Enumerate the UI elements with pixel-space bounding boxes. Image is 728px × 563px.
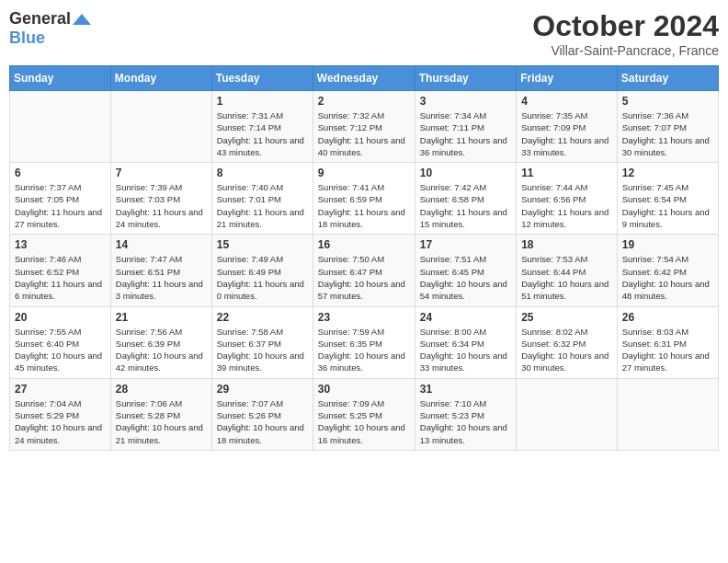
day-detail: Sunrise: 7:49 AMSunset: 6:49 PMDaylight:…	[217, 253, 308, 302]
day-detail: Sunrise: 7:53 AMSunset: 6:44 PMDaylight:…	[521, 253, 612, 302]
month-title: October 2024	[532, 9, 719, 43]
day-detail: Sunrise: 7:39 AMSunset: 7:03 PMDaylight:…	[116, 181, 207, 230]
day-detail: Sunrise: 7:41 AMSunset: 6:59 PMDaylight:…	[318, 181, 410, 230]
day-number: 13	[15, 238, 106, 251]
day-number: 10	[420, 167, 511, 179]
calendar-cell: 10 Sunrise: 7:42 AMSunset: 6:58 PMDaylig…	[415, 163, 516, 235]
calendar-cell	[517, 378, 618, 450]
day-detail: Sunrise: 7:46 AMSunset: 6:52 PMDaylight:…	[15, 253, 106, 302]
logo: General Blue	[9, 9, 91, 48]
day-number: 23	[318, 311, 410, 324]
calendar-cell: 1 Sunrise: 7:31 AMSunset: 7:14 PMDayligh…	[211, 91, 313, 163]
day-number: 29	[217, 383, 308, 396]
day-detail: Sunrise: 7:56 AMSunset: 6:39 PMDaylight:…	[116, 326, 207, 374]
day-detail: Sunrise: 7:06 AMSunset: 5:28 PMDaylight:…	[116, 397, 207, 446]
calendar-cell: 13 Sunrise: 7:46 AMSunset: 6:52 PMDaylig…	[10, 235, 111, 306]
calendar-day-header: Thursday	[415, 66, 516, 91]
calendar-cell: 22 Sunrise: 7:58 AMSunset: 6:37 PMDaylig…	[211, 306, 313, 378]
calendar-cell: 4 Sunrise: 7:35 AMSunset: 7:09 PMDayligh…	[517, 91, 618, 163]
day-detail: Sunrise: 7:09 AMSunset: 5:25 PMDaylight:…	[318, 397, 410, 446]
calendar-week-row: 27 Sunrise: 7:04 AMSunset: 5:29 PMDaylig…	[10, 378, 719, 450]
day-number: 5	[622, 95, 713, 108]
day-number: 21	[116, 311, 207, 324]
day-detail: Sunrise: 7:58 AMSunset: 6:37 PMDaylight:…	[217, 326, 308, 374]
calendar-day-header: Sunday	[10, 66, 111, 91]
calendar-cell	[110, 91, 211, 163]
calendar-cell	[10, 91, 111, 163]
day-number: 24	[420, 311, 511, 324]
day-detail: Sunrise: 7:35 AMSunset: 7:09 PMDaylight:…	[521, 109, 612, 158]
day-detail: Sunrise: 8:03 AMSunset: 6:31 PMDaylight:…	[622, 326, 713, 374]
calendar-cell: 21 Sunrise: 7:56 AMSunset: 6:39 PMDaylig…	[110, 306, 211, 378]
day-detail: Sunrise: 7:51 AMSunset: 6:45 PMDaylight:…	[420, 253, 511, 302]
calendar-cell: 5 Sunrise: 7:36 AMSunset: 7:07 PMDayligh…	[617, 91, 718, 163]
calendar-cell: 14 Sunrise: 7:47 AMSunset: 6:51 PMDaylig…	[110, 235, 211, 306]
calendar-cell: 26 Sunrise: 8:03 AMSunset: 6:31 PMDaylig…	[617, 306, 718, 378]
day-number: 17	[420, 238, 511, 251]
day-number: 20	[15, 311, 106, 324]
day-number: 22	[217, 311, 308, 324]
logo-blue-text: Blue	[9, 29, 45, 48]
day-detail: Sunrise: 8:00 AMSunset: 6:34 PMDaylight:…	[420, 326, 511, 374]
calendar-week-row: 1 Sunrise: 7:31 AMSunset: 7:14 PMDayligh…	[10, 91, 719, 163]
day-number: 26	[622, 311, 713, 324]
calendar-table: SundayMondayTuesdayWednesdayThursdayFrid…	[9, 65, 719, 451]
calendar-cell: 18 Sunrise: 7:53 AMSunset: 6:44 PMDaylig…	[517, 235, 618, 306]
calendar-cell: 9 Sunrise: 7:41 AMSunset: 6:59 PMDayligh…	[313, 163, 415, 235]
calendar-day-header: Saturday	[617, 66, 718, 91]
day-detail: Sunrise: 7:42 AMSunset: 6:58 PMDaylight:…	[420, 181, 511, 230]
day-number: 19	[622, 238, 713, 251]
calendar-cell: 20 Sunrise: 7:55 AMSunset: 6:40 PMDaylig…	[10, 306, 111, 378]
day-detail: Sunrise: 7:59 AMSunset: 6:35 PMDaylight:…	[318, 326, 410, 374]
calendar-cell: 12 Sunrise: 7:45 AMSunset: 6:54 PMDaylig…	[617, 163, 718, 235]
day-number: 9	[318, 167, 410, 179]
day-detail: Sunrise: 7:45 AMSunset: 6:54 PMDaylight:…	[622, 181, 713, 230]
calendar-cell: 16 Sunrise: 7:50 AMSunset: 6:47 PMDaylig…	[313, 235, 415, 306]
day-number: 4	[521, 95, 612, 108]
logo-icon	[73, 12, 91, 27]
calendar-cell: 6 Sunrise: 7:37 AMSunset: 7:05 PMDayligh…	[10, 163, 111, 235]
day-number: 30	[318, 383, 410, 396]
calendar-cell: 7 Sunrise: 7:39 AMSunset: 7:03 PMDayligh…	[110, 163, 211, 235]
day-detail: Sunrise: 7:54 AMSunset: 6:42 PMDaylight:…	[622, 253, 713, 302]
day-number: 14	[116, 238, 207, 251]
calendar-cell: 27 Sunrise: 7:04 AMSunset: 5:29 PMDaylig…	[10, 378, 111, 450]
day-number: 12	[622, 167, 713, 179]
calendar-day-header: Tuesday	[211, 66, 313, 91]
day-number: 15	[217, 238, 308, 251]
calendar-cell: 23 Sunrise: 7:59 AMSunset: 6:35 PMDaylig…	[313, 306, 415, 378]
day-number: 3	[420, 95, 511, 108]
calendar-cell: 30 Sunrise: 7:09 AMSunset: 5:25 PMDaylig…	[313, 378, 415, 450]
day-number: 31	[420, 383, 511, 396]
day-number: 16	[318, 238, 410, 251]
day-number: 11	[521, 167, 612, 179]
day-number: 18	[521, 238, 612, 251]
day-detail: Sunrise: 7:04 AMSunset: 5:29 PMDaylight:…	[15, 397, 106, 446]
calendar-cell: 19 Sunrise: 7:54 AMSunset: 6:42 PMDaylig…	[617, 235, 718, 306]
calendar-week-row: 6 Sunrise: 7:37 AMSunset: 7:05 PMDayligh…	[10, 163, 719, 235]
day-detail: Sunrise: 7:36 AMSunset: 7:07 PMDaylight:…	[622, 109, 713, 158]
calendar-cell: 31 Sunrise: 7:10 AMSunset: 5:23 PMDaylig…	[415, 378, 516, 450]
day-detail: Sunrise: 7:47 AMSunset: 6:51 PMDaylight:…	[116, 253, 207, 302]
calendar-day-header: Wednesday	[313, 66, 415, 91]
day-number: 6	[15, 167, 106, 179]
calendar-cell: 2 Sunrise: 7:32 AMSunset: 7:12 PMDayligh…	[313, 91, 415, 163]
calendar-cell: 8 Sunrise: 7:40 AMSunset: 7:01 PMDayligh…	[211, 163, 313, 235]
day-number: 7	[116, 167, 207, 179]
calendar-cell: 29 Sunrise: 7:07 AMSunset: 5:26 PMDaylig…	[211, 378, 313, 450]
calendar-cell: 3 Sunrise: 7:34 AMSunset: 7:11 PMDayligh…	[415, 91, 516, 163]
calendar-cell: 28 Sunrise: 7:06 AMSunset: 5:28 PMDaylig…	[110, 378, 211, 450]
day-number: 25	[521, 311, 612, 324]
day-detail: Sunrise: 7:55 AMSunset: 6:40 PMDaylight:…	[15, 326, 106, 374]
calendar-cell: 15 Sunrise: 7:49 AMSunset: 6:49 PMDaylig…	[211, 235, 313, 306]
day-number: 2	[318, 95, 410, 108]
calendar-cell: 24 Sunrise: 8:00 AMSunset: 6:34 PMDaylig…	[415, 306, 516, 378]
calendar-cell: 17 Sunrise: 7:51 AMSunset: 6:45 PMDaylig…	[415, 235, 516, 306]
day-detail: Sunrise: 8:02 AMSunset: 6:32 PMDaylight:…	[521, 326, 612, 374]
day-number: 27	[15, 383, 106, 396]
calendar-cell	[617, 378, 718, 450]
day-number: 1	[217, 95, 308, 108]
calendar-cell: 11 Sunrise: 7:44 AMSunset: 6:56 PMDaylig…	[517, 163, 618, 235]
calendar-header-row: SundayMondayTuesdayWednesdayThursdayFrid…	[10, 66, 719, 91]
calendar-week-row: 20 Sunrise: 7:55 AMSunset: 6:40 PMDaylig…	[10, 306, 719, 378]
